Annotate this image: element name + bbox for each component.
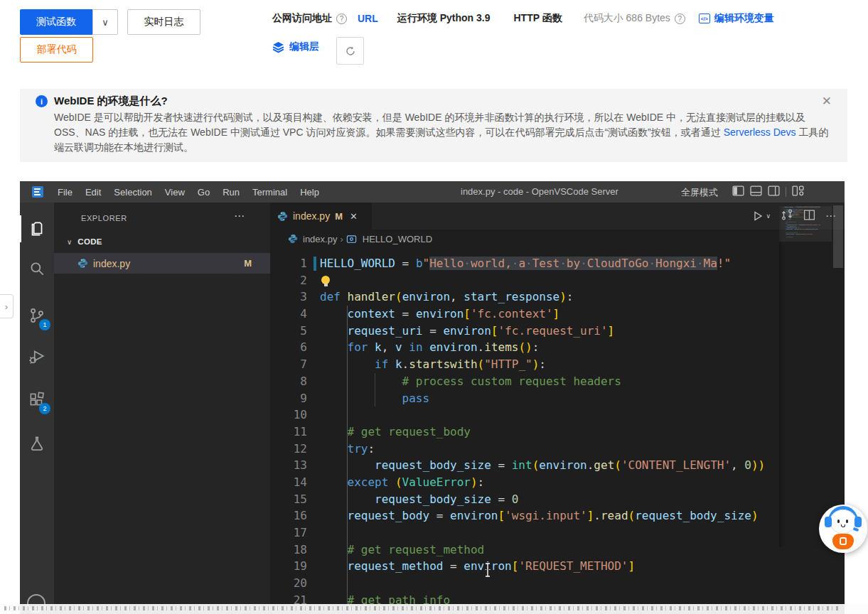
chevron-right-icon: › [5, 301, 8, 312]
help-icon[interactable]: ? [675, 14, 685, 24]
menu-run[interactable]: Run [216, 187, 246, 198]
tab-modified-badge: M [335, 211, 343, 222]
line-number: 7 [270, 356, 307, 373]
line-number: 1 [270, 255, 307, 272]
run-debug-activity-icon[interactable] [20, 342, 54, 372]
line-number: 15 [270, 491, 307, 508]
line-number: 20 [270, 575, 307, 592]
code-line-2: 2 [270, 272, 845, 289]
chevron-right-icon: › [340, 234, 343, 244]
code-line-20: 20 [270, 575, 845, 592]
code-line-14: 14 except (ValueError): [270, 474, 845, 491]
menu-selection[interactable]: Selection [107, 187, 158, 198]
help-icon[interactable]: ? [336, 14, 347, 24]
toggle-sidebar-icon[interactable] [732, 185, 744, 199]
toggle-secondary-sidebar-icon[interactable] [768, 185, 780, 199]
menu-terminal[interactable]: Terminal [246, 187, 294, 198]
refresh-button[interactable] [336, 37, 364, 65]
python-file-icon [288, 234, 299, 244]
toggle-panel-icon[interactable] [750, 185, 762, 199]
breadcrumb-symbol[interactable]: HELLO_WORLD [363, 234, 432, 244]
serverless-devs-link[interactable]: Serverless Devs [724, 126, 796, 138]
indent-guide [347, 339, 348, 356]
line-number: 13 [270, 457, 307, 474]
source-control-activity-icon[interactable]: 1 [20, 301, 54, 330]
code-section-header[interactable]: ∨ CODE [54, 232, 270, 251]
edit-env-vars-link[interactable]: 编辑环境变量 [714, 12, 774, 25]
code-line-3: 3def handler(environ, start_response): [270, 289, 845, 306]
url-link[interactable]: URL [358, 13, 378, 24]
indent-guide [347, 441, 348, 458]
headphone-ear-right [854, 517, 862, 527]
mascot-eye [837, 519, 840, 523]
run-button[interactable]: ∨ [752, 210, 771, 222]
webide-info-banner: i WebIDE 的环境是什么? WebIDE 是可以帮助开发者快速进行代码测试… [20, 89, 847, 162]
code-line-5: 5 request_uri = environ['fc.request_uri'… [270, 323, 845, 340]
banner-title: WebIDE 的环境是什么? [54, 95, 168, 108]
refresh-icon [345, 45, 356, 57]
code-editor[interactable]: 1HELLO_WORLD = b"Hello·world,·a·Test·by·… [270, 248, 845, 614]
minimap-viewport[interactable] [779, 206, 832, 242]
test-function-button[interactable]: 测试函数 [20, 9, 92, 35]
deploy-code-button[interactable]: 部署代码 [20, 37, 93, 63]
explorer-activity-icon[interactable] [20, 214, 54, 244]
customer-service-mascot[interactable] [819, 505, 867, 553]
test-function-dropdown-button[interactable]: ∨ [92, 9, 118, 35]
file-item-indexpy[interactable]: index.py M [54, 253, 270, 274]
runtime-label: 运行环境 Python 3.9 [397, 12, 491, 25]
testing-activity-icon[interactable] [20, 429, 54, 458]
menu-view[interactable]: View [159, 187, 191, 198]
python-file-icon [277, 211, 288, 222]
close-icon[interactable]: ✕ [350, 211, 358, 222]
customize-layout-icon[interactable] [792, 185, 804, 199]
tab-strip: index.py M ✕ ∨ ⋯ [270, 203, 845, 230]
code-line-1: 1HELLO_WORLD = b"Hello·world,·a·Test·by·… [270, 255, 845, 272]
activity-bar: 1 2 [20, 203, 54, 614]
layer-row: 编辑层 [272, 41, 319, 53]
indent-guide [347, 575, 348, 592]
vscode-window: FileEditSelectionViewGoRunTerminalHelp i… [20, 181, 845, 614]
code-line-9: 9 pass [270, 390, 845, 407]
line-number: 12 [270, 441, 307, 458]
layers-icon [272, 41, 284, 53]
code-section-label: CODE [77, 237, 102, 246]
minimap[interactable]: HELLO_WORLD = b"Hello·world,·a·Test·by·C… [779, 206, 832, 547]
line-number: 14 [270, 474, 307, 491]
more-actions-icon[interactable]: ⋯ [234, 210, 245, 222]
menu-file[interactable]: File [51, 187, 79, 198]
close-icon[interactable]: ✕ [822, 94, 832, 109]
realtime-logs-button[interactable]: 实时日志 [127, 9, 200, 35]
code-line-16: 16 request_body = environ['wsgi.input'].… [270, 507, 845, 524]
public-url-label: 公网访问地址 [272, 12, 332, 25]
line-number: 19 [270, 558, 307, 575]
code-size-label: 代码大小 686 Bytes [584, 12, 670, 25]
indent-guide [347, 390, 348, 407]
breadcrumb-file[interactable]: index.py [303, 234, 337, 244]
python-file-icon [77, 258, 88, 269]
line-number: 11 [270, 424, 307, 441]
code-line-15: 15 request_body_size = 0 [270, 491, 845, 508]
window-title: index.py - code - OpenVSCode Server [461, 186, 618, 197]
tab-indexpy[interactable]: index.py M ✕ [270, 203, 372, 230]
code-line-4: 4 context = environ['fc.context'] [270, 306, 845, 323]
menu-go[interactable]: Go [191, 187, 216, 198]
titlebar: FileEditSelectionViewGoRunTerminalHelp i… [20, 181, 845, 203]
edit-layer-link[interactable]: 编辑层 [289, 41, 319, 53]
line-number: 2 [270, 272, 307, 289]
indent-guide [347, 491, 348, 508]
panel-expander-button[interactable]: › [0, 294, 14, 318]
explorer-sidebar: EXPLORER ⋯ ∨ CODE index.py M [54, 203, 270, 614]
menu-help[interactable]: Help [294, 187, 326, 198]
gutter-modified-marker [314, 257, 316, 271]
lightbulb-icon[interactable] [321, 276, 330, 284]
code-line-6: 6 for k, v in environ.items(): [270, 339, 845, 356]
explorer-header: EXPLORER [81, 214, 127, 222]
indent-guide [347, 507, 348, 524]
vertical-scrollbar[interactable] [833, 205, 843, 268]
fullscreen-toggle[interactable]: 全屏模式 [681, 186, 718, 199]
search-activity-icon[interactable] [20, 254, 54, 284]
extensions-activity-icon[interactable]: 2 [20, 384, 54, 414]
indent-guide [375, 390, 375, 407]
menu-edit[interactable]: Edit [79, 187, 107, 198]
indent-guide [347, 457, 348, 474]
